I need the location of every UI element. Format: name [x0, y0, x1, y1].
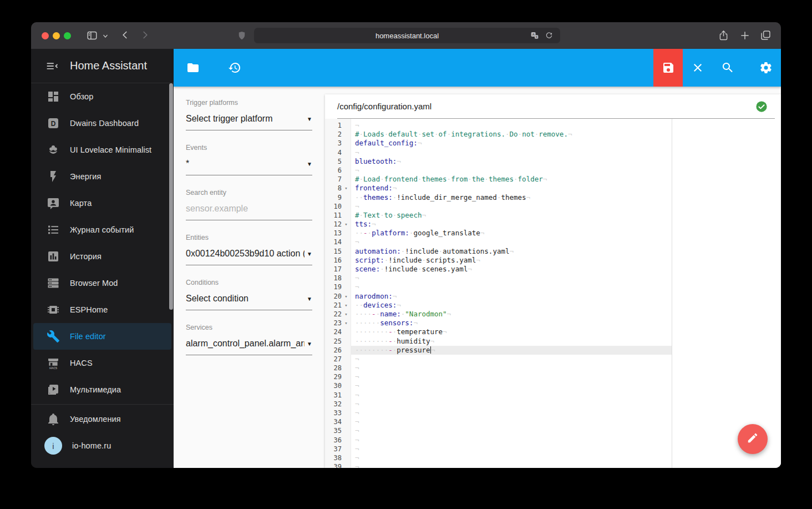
fold-arrow-icon[interactable]: ▾: [342, 292, 351, 301]
code-line: 37¬: [325, 445, 781, 453]
chevron-down-icon[interactable]: [102, 33, 109, 39]
code-text[interactable]: ¬: [351, 453, 672, 462]
code-text[interactable]: ······sensors:¬: [351, 319, 672, 327]
code-text[interactable]: ¬: [351, 400, 672, 409]
sidebar-item-browser-mod[interactable]: Browser Mod: [31, 270, 174, 296]
code-text[interactable]: #·Loads·default·set·of·integrations.·Do·…: [351, 130, 672, 139]
forward-button[interactable]: [140, 30, 150, 40]
fold-arrow-icon[interactable]: ▾: [342, 220, 351, 229]
code-text[interactable]: ··themes:·!include_dir_merge_named·theme…: [351, 193, 672, 202]
fold-spacer: [342, 247, 351, 256]
trigger-platforms-select[interactable]: Select trigger platform▼: [186, 113, 312, 125]
code-editor[interactable]: 1¬2#·Loads·default·set·of·integrations.·…: [325, 119, 781, 468]
services-select[interactable]: alarm_control_panel.alarm_arm…▼: [186, 337, 312, 350]
code-line: 2#·Loads·default·set·of·integrations.·Do…: [325, 130, 781, 139]
code-text[interactable]: ¬: [351, 391, 672, 400]
sidebar-item-label: File editor: [70, 332, 106, 341]
sidebar-item-hacs[interactable]: HACSHACS: [31, 350, 174, 376]
search-entity-input[interactable]: sensor.example: [186, 203, 312, 215]
file-path: /config/configuration.yaml: [337, 102, 755, 111]
conditions-select[interactable]: Select condition▼: [186, 293, 312, 305]
code-text[interactable]: ¬: [351, 121, 672, 130]
history-icon[interactable]: [228, 61, 241, 74]
entities-select[interactable]: 0x00124b00253b9d10 action (…▼: [186, 248, 312, 260]
code-text[interactable]: ¬: [351, 445, 672, 453]
close-file-icon[interactable]: [691, 61, 704, 74]
events-select[interactable]: *▼: [186, 158, 312, 170]
fold-arrow-icon[interactable]: ▾: [342, 301, 351, 310]
menu-toggle-icon[interactable]: [45, 59, 59, 73]
sidebar-scrollbar[interactable]: [169, 83, 173, 310]
code-text[interactable]: ¬: [351, 148, 672, 157]
code-line: 7#·Load·frontend·themes·from·the·themes·…: [325, 175, 781, 184]
code-text[interactable]: ¬: [351, 166, 672, 175]
code-line: 33¬: [325, 409, 781, 417]
code-text[interactable]: ¬: [351, 283, 672, 291]
fold-spacer: [342, 157, 351, 166]
code-text[interactable]: ¬: [351, 462, 672, 468]
reload-icon[interactable]: [545, 31, 554, 40]
code-text[interactable]: #·Load·frontend·themes·from·the·themes·f…: [351, 175, 672, 184]
code-text[interactable]: ········-·pressure¬: [351, 346, 672, 355]
save-button[interactable]: [653, 49, 683, 87]
code-text[interactable]: #·Text·to·speech¬: [351, 211, 672, 220]
code-text[interactable]: ········-·temperature¬: [351, 327, 672, 336]
sidebar-item-istoriya[interactable]: История: [31, 243, 174, 270]
code-text[interactable]: ¬: [351, 372, 672, 381]
code-text[interactable]: ¬: [351, 409, 672, 417]
close-window-button[interactable]: [42, 32, 49, 39]
code-text[interactable]: default_config:¬: [351, 139, 672, 148]
translate-icon[interactable]: Aa: [530, 31, 539, 40]
code-text[interactable]: tts:¬: [351, 220, 672, 229]
sidebar-item-io-home-ru[interactable]: iio-home.ru: [31, 432, 174, 459]
sidebar-item-esphome[interactable]: ESPHome: [31, 296, 174, 323]
code-text[interactable]: ¬: [351, 355, 672, 364]
search-icon[interactable]: [721, 61, 734, 74]
sidebar-item-energiya[interactable]: Энергия: [31, 163, 174, 190]
code-text[interactable]: ········-·humidity¬: [351, 337, 672, 346]
share-icon[interactable]: [718, 29, 729, 42]
sidebar-item-dwains-dashboard[interactable]: DDwains Dashboard: [31, 110, 174, 137]
sidebar-toggle-icon[interactable]: [86, 29, 98, 42]
sidebar-item-obzor[interactable]: Обзор: [31, 83, 174, 110]
code-text[interactable]: ····-·name:·"Narodmon"¬: [351, 310, 672, 319]
code-text[interactable]: ¬: [351, 426, 672, 435]
line-number: 37: [325, 445, 351, 453]
sidebar-item-zhurnal-sobytij[interactable]: Журнал событий: [31, 216, 174, 243]
sidebar-item-ui-lovelace-minimalist[interactable]: UI Lovelace Minimalist: [31, 137, 174, 163]
line-number: 5: [325, 157, 351, 166]
code-text[interactable]: ··devices:¬: [351, 301, 672, 310]
code-text[interactable]: ¬: [351, 238, 672, 246]
sidebar-item-multimedia[interactable]: Мультимедиа: [31, 376, 174, 403]
code-text[interactable]: ¬: [351, 364, 672, 372]
line-number: 22▾: [325, 310, 351, 319]
settings-gear-icon[interactable]: [759, 61, 773, 74]
field-value: alarm_control_panel.alarm_arm…: [186, 339, 304, 349]
fold-arrow-icon[interactable]: ▾: [342, 319, 351, 327]
code-text[interactable]: ¬: [351, 381, 672, 390]
code-text[interactable]: automation:·!include·automations.yaml¬: [351, 247, 672, 256]
fold-arrow-icon[interactable]: ▾: [342, 310, 351, 319]
code-text[interactable]: bluetooth:¬: [351, 157, 672, 166]
code-text[interactable]: scene:·!include·scenes.yaml¬: [351, 265, 672, 274]
code-text[interactable]: frontend:¬: [351, 184, 672, 193]
code-text[interactable]: ¬: [351, 274, 672, 283]
tab-overview-icon[interactable]: [760, 29, 772, 41]
edit-fab-button[interactable]: [738, 424, 768, 454]
code-text[interactable]: ¬: [351, 436, 672, 445]
zoom-window-button[interactable]: [64, 32, 71, 39]
new-tab-icon[interactable]: [739, 30, 750, 41]
sidebar-item-karta[interactable]: Карта: [31, 190, 174, 216]
sidebar-item-file-editor[interactable]: File editor: [33, 323, 171, 350]
back-button[interactable]: [120, 30, 130, 40]
code-text[interactable]: narodmon:¬: [351, 292, 672, 301]
code-text[interactable]: ¬: [351, 202, 672, 211]
code-text[interactable]: ··-·platform:·google_translate¬: [351, 229, 672, 238]
code-text[interactable]: script:·!include·scripts.yaml¬: [351, 256, 672, 265]
code-text[interactable]: ¬: [351, 417, 672, 426]
browse-files-icon[interactable]: [186, 61, 200, 74]
sidebar-item-uvedomleniya[interactable]: Уведомления: [31, 406, 174, 432]
address-bar[interactable]: homeassistant.local Aa: [254, 28, 560, 43]
fold-arrow-icon[interactable]: ▾: [342, 184, 351, 193]
minimize-window-button[interactable]: [53, 32, 60, 39]
